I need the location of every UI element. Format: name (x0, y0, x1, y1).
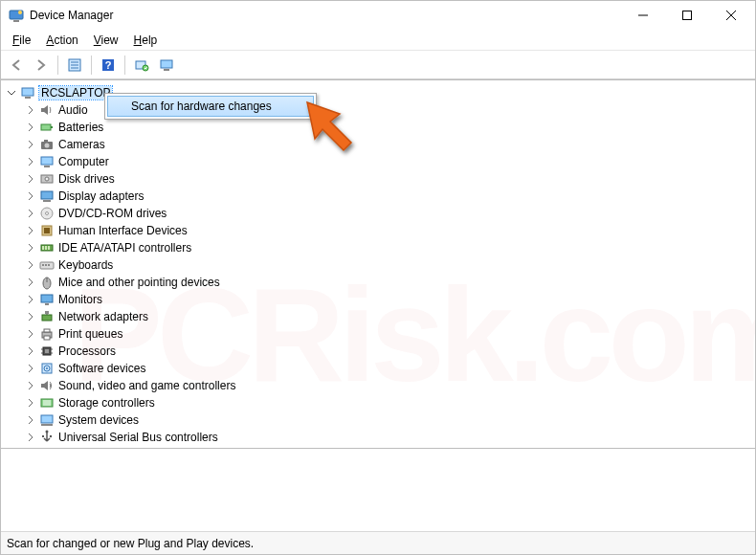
tree-item-label: Audio (58, 103, 88, 117)
tree-item[interactable]: Sound, video and game controllers (1, 377, 755, 394)
tree-item[interactable]: DVD/CD-ROM drives (1, 205, 755, 222)
svg-line-5 (726, 11, 736, 20)
menu-file[interactable]: File (5, 32, 38, 49)
menu-view[interactable]: View (86, 32, 126, 49)
tree-item[interactable]: Batteries (1, 119, 755, 136)
chevron-down-icon[interactable] (5, 86, 18, 100)
chevron-right-icon[interactable] (24, 293, 37, 306)
tree-item-label: IDE ATA/ATAPI controllers (58, 241, 191, 255)
chevron-right-icon[interactable] (24, 138, 37, 151)
tree-item[interactable]: Storage controllers (1, 394, 755, 411)
svg-point-66 (50, 435, 52, 437)
chevron-right-icon[interactable] (24, 431, 37, 444)
tree-item[interactable]: Display adapters (1, 188, 755, 205)
svg-rect-16 (164, 69, 169, 71)
chevron-right-icon[interactable] (24, 224, 37, 237)
nav-forward-button[interactable] (30, 54, 53, 77)
svg-rect-53 (45, 349, 49, 353)
toolbar-separator (57, 56, 58, 75)
ctx-scan-hardware[interactable]: Scan for hardware changes (107, 96, 314, 117)
svg-point-31 (46, 212, 49, 215)
tree-item-label: Keyboards (58, 258, 113, 272)
tree-item[interactable]: Universal Serial Bus controllers (1, 429, 755, 446)
tree-item[interactable]: Software devices (1, 360, 755, 377)
tree-item[interactable]: System devices (1, 411, 755, 429)
tree-item[interactable]: Keyboards (1, 256, 755, 274)
svg-rect-63 (41, 424, 53, 426)
tree-item[interactable]: Human Interface Devices (1, 222, 755, 239)
usb-icon (39, 430, 55, 445)
svg-rect-45 (45, 303, 49, 305)
ide-icon (39, 240, 55, 255)
tree-item[interactable]: Processors (1, 343, 755, 360)
svg-rect-44 (41, 295, 53, 302)
svg-rect-20 (51, 126, 53, 128)
battery-icon (39, 120, 55, 135)
properties-button[interactable] (63, 54, 86, 77)
chevron-right-icon[interactable] (24, 379, 37, 392)
close-button[interactable] (709, 1, 753, 30)
svg-rect-62 (41, 415, 53, 423)
app-icon (9, 8, 24, 23)
tree-item[interactable]: Cameras (1, 136, 755, 153)
chevron-right-icon[interactable] (24, 310, 37, 323)
device-tree[interactable]: PCRisk.com RCSLAPTOP AudioBatteriesCamer… (1, 79, 755, 531)
hid-icon (39, 223, 55, 238)
tree-item-label: Universal Serial Bus controllers (58, 431, 218, 444)
svg-point-14 (143, 65, 148, 71)
svg-text:?: ? (105, 59, 112, 71)
speaker-icon (39, 102, 55, 118)
chevron-right-icon[interactable] (24, 155, 37, 168)
svg-rect-28 (41, 191, 53, 199)
chevron-right-icon[interactable] (24, 241, 37, 255)
window-controls (621, 1, 753, 30)
svg-rect-46 (42, 315, 52, 321)
chevron-right-icon[interactable] (24, 344, 37, 358)
chevron-right-icon[interactable] (24, 413, 37, 427)
scan-hardware-button[interactable] (130, 54, 153, 77)
svg-rect-1 (13, 20, 19, 22)
tree-item[interactable]: Computer (1, 153, 755, 170)
tree-item[interactable]: IDE ATA/ATAPI controllers (1, 239, 755, 256)
svg-rect-18 (25, 97, 31, 99)
tree-item[interactable]: Mice and other pointing devices (1, 274, 755, 291)
chevron-right-icon[interactable] (24, 121, 37, 134)
display-adapter-icon (39, 189, 55, 204)
tree-item[interactable]: Disk drives (1, 170, 755, 188)
tree-item[interactable]: Print queues (1, 325, 755, 343)
chevron-right-icon[interactable] (24, 276, 37, 289)
help-button[interactable]: ? (97, 54, 120, 77)
printer-icon (39, 326, 55, 342)
chevron-right-icon[interactable] (24, 396, 37, 410)
view-devices-button[interactable] (155, 54, 178, 77)
chevron-right-icon[interactable] (24, 172, 37, 186)
toolbar-separator (124, 56, 125, 75)
minimize-button[interactable] (621, 1, 665, 30)
chevron-right-icon[interactable] (24, 103, 37, 117)
tree-item[interactable]: Network adapters (1, 308, 755, 325)
svg-rect-39 (42, 264, 44, 266)
computer-icon (39, 154, 55, 169)
titlebar: Device Manager (1, 1, 755, 30)
maximize-button[interactable] (665, 1, 709, 30)
svg-rect-65 (42, 435, 44, 437)
chevron-right-icon[interactable] (24, 327, 37, 341)
device-manager-window: Device Manager File Action View Help (0, 0, 756, 555)
nav-back-button[interactable] (5, 54, 28, 77)
chevron-right-icon[interactable] (24, 362, 37, 375)
tree-item-label: Monitors (58, 293, 102, 306)
tree-item-label: Batteries (58, 121, 103, 134)
chevron-right-icon[interactable] (24, 258, 37, 272)
svg-point-64 (46, 431, 49, 433)
menu-help[interactable]: Help (126, 32, 166, 49)
tree-item-label: Print queues (58, 327, 122, 341)
keyboard-icon (39, 257, 55, 273)
chevron-right-icon[interactable] (24, 207, 37, 220)
tree-item-label: Disk drives (58, 172, 115, 186)
menu-action[interactable]: Action (38, 32, 85, 49)
chevron-right-icon[interactable] (24, 189, 37, 203)
tree-item[interactable]: Monitors (1, 291, 755, 308)
svg-rect-15 (161, 60, 172, 68)
svg-rect-35 (42, 246, 44, 250)
svg-rect-25 (44, 166, 50, 167)
